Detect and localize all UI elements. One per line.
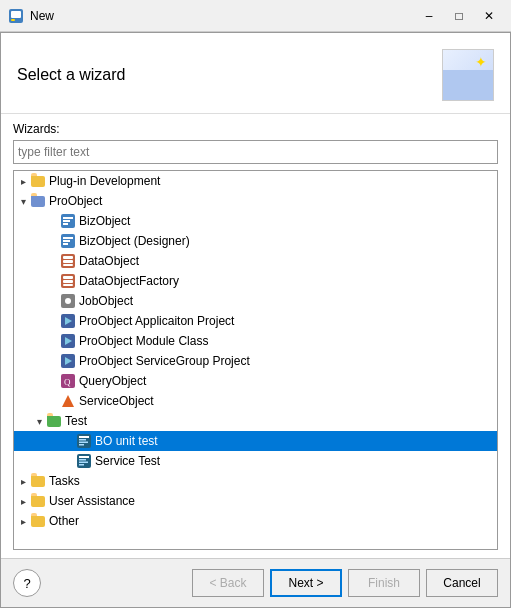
tree-item-service-test[interactable]: Service Test xyxy=(14,451,497,471)
dialog-body: Wizards: ▸Plug-in Development▾ProObjectB… xyxy=(1,114,510,558)
svg-rect-1 xyxy=(11,11,21,18)
tree-label-service-test: Service Test xyxy=(95,454,160,468)
window-controls: – □ ✕ xyxy=(415,6,503,26)
folder-yellow-icon xyxy=(30,493,46,509)
dialog-footer: ? < Back Next > Finish Cancel xyxy=(1,558,510,607)
tree-item-bo-unit-test[interactable]: BO unit test xyxy=(14,431,497,451)
tree-item-bizobject-designer[interactable]: BizObject (Designer) xyxy=(14,231,497,251)
svg-rect-34 xyxy=(79,444,84,446)
tree-label-queryobject: QueryObject xyxy=(79,374,146,388)
tree-label-dataobjectfactory: DataObjectFactory xyxy=(79,274,179,288)
svg-text:Q: Q xyxy=(64,377,71,387)
tree-label-test: Test xyxy=(65,414,87,428)
tree-toggle-tasks[interactable]: ▸ xyxy=(16,476,30,487)
svg-rect-9 xyxy=(63,240,70,242)
svg-rect-13 xyxy=(63,260,73,263)
tree-label-proobject: ProObject xyxy=(49,194,102,208)
minimize-button[interactable]: – xyxy=(415,6,443,26)
query-icon: Q xyxy=(60,373,76,389)
close-button[interactable]: ✕ xyxy=(475,6,503,26)
tree-item-proobj-service[interactable]: ProObject ServiceGroup Project xyxy=(14,351,497,371)
tree-toggle-user-assistance[interactable]: ▸ xyxy=(16,496,30,507)
bizobj-icon xyxy=(60,213,76,229)
jobobj-icon xyxy=(60,293,76,309)
wizard-icon: ✦ xyxy=(442,49,494,101)
tree-label-proobj-app: ProObject Applicaiton Project xyxy=(79,314,234,328)
svg-rect-16 xyxy=(63,276,73,279)
tree-label-bizobject-designer: BizObject (Designer) xyxy=(79,234,190,248)
tree-item-user-assistance[interactable]: ▸User Assistance xyxy=(14,491,497,511)
tree-item-tasks[interactable]: ▸Tasks xyxy=(14,471,497,491)
tree-item-dataobjectfactory[interactable]: DataObjectFactory xyxy=(14,271,497,291)
title-bar: New – □ ✕ xyxy=(0,0,511,32)
svg-rect-10 xyxy=(63,243,68,245)
tree-label-dataobject: DataObject xyxy=(79,254,139,268)
tree-item-proobj-module[interactable]: ProObject Module Class xyxy=(14,331,497,351)
svg-rect-37 xyxy=(79,459,86,461)
tree-toggle-proobject[interactable]: ▾ xyxy=(16,196,30,207)
proobj-icon xyxy=(60,353,76,369)
tree-label-other: Other xyxy=(49,514,79,528)
tree-toggle-plugin-dev[interactable]: ▸ xyxy=(16,176,30,187)
tree-item-plugin-dev[interactable]: ▸Plug-in Development xyxy=(14,171,497,191)
back-button[interactable]: < Back xyxy=(192,569,264,597)
tree-container[interactable]: ▸Plug-in Development▾ProObjectBizObjectB… xyxy=(13,170,498,550)
tree-label-bizobject: BizObject xyxy=(79,214,130,228)
cancel-button[interactable]: Cancel xyxy=(426,569,498,597)
filter-input[interactable] xyxy=(13,140,498,164)
dialog: Select a wizard ✦ Wizards: ▸Plug-in Deve… xyxy=(0,32,511,608)
folder-green-icon xyxy=(46,413,62,429)
tree-item-dataobject[interactable]: DataObject xyxy=(14,251,497,271)
svg-rect-6 xyxy=(63,223,68,225)
svg-rect-31 xyxy=(79,436,89,438)
svg-point-20 xyxy=(65,298,71,304)
tree-item-jobobject[interactable]: JobObject xyxy=(14,291,497,311)
help-button[interactable]: ? xyxy=(13,569,41,597)
app-icon xyxy=(8,8,24,24)
proobj-icon xyxy=(60,313,76,329)
service-icon xyxy=(60,393,76,409)
folder-yellow-icon xyxy=(30,473,46,489)
svg-rect-12 xyxy=(63,256,73,259)
tree-item-serviceobject[interactable]: ServiceObject xyxy=(14,391,497,411)
tree-label-proobj-service: ProObject ServiceGroup Project xyxy=(79,354,250,368)
tree-toggle-test[interactable]: ▾ xyxy=(32,416,46,427)
star-icon: ✦ xyxy=(475,54,487,70)
tree-item-proobj-app[interactable]: ProObject Applicaiton Project xyxy=(14,311,497,331)
tree-label-proobj-module: ProObject Module Class xyxy=(79,334,208,348)
tree-label-bo-unit-test: BO unit test xyxy=(95,434,158,448)
dataobj-icon xyxy=(60,253,76,269)
folder-blue-icon xyxy=(30,193,46,209)
bizobj-icon xyxy=(60,233,76,249)
maximize-button[interactable]: □ xyxy=(445,6,473,26)
tree-item-bizobject[interactable]: BizObject xyxy=(14,211,497,231)
svg-rect-38 xyxy=(79,462,88,464)
tree-item-other[interactable]: ▸Other xyxy=(14,511,497,531)
test-icon xyxy=(76,433,92,449)
tree-item-test[interactable]: ▾Test xyxy=(14,411,497,431)
finish-button[interactable]: Finish xyxy=(348,569,420,597)
next-button[interactable]: Next > xyxy=(270,569,342,597)
svg-rect-18 xyxy=(63,284,73,286)
folder-yellow-icon xyxy=(30,513,46,529)
wizards-label: Wizards: xyxy=(13,122,498,136)
tree-item-proobject[interactable]: ▾ProObject xyxy=(14,191,497,211)
svg-rect-39 xyxy=(79,464,84,466)
test-icon xyxy=(76,453,92,469)
proobj-icon xyxy=(60,333,76,349)
dialog-title: Select a wizard xyxy=(17,66,126,84)
dialog-header: Select a wizard ✦ xyxy=(1,33,510,114)
svg-rect-33 xyxy=(79,442,88,444)
tree-label-plugin-dev: Plug-in Development xyxy=(49,174,160,188)
svg-rect-8 xyxy=(63,237,73,239)
tree-label-tasks: Tasks xyxy=(49,474,80,488)
svg-rect-36 xyxy=(79,456,89,458)
svg-rect-32 xyxy=(79,439,86,441)
svg-rect-2 xyxy=(11,19,15,21)
svg-rect-17 xyxy=(63,280,73,283)
tree-toggle-other[interactable]: ▸ xyxy=(16,516,30,527)
tree-item-queryobject[interactable]: QQueryObject xyxy=(14,371,497,391)
tree-label-serviceobject: ServiceObject xyxy=(79,394,154,408)
svg-rect-14 xyxy=(63,264,73,266)
window-title: New xyxy=(30,9,415,23)
